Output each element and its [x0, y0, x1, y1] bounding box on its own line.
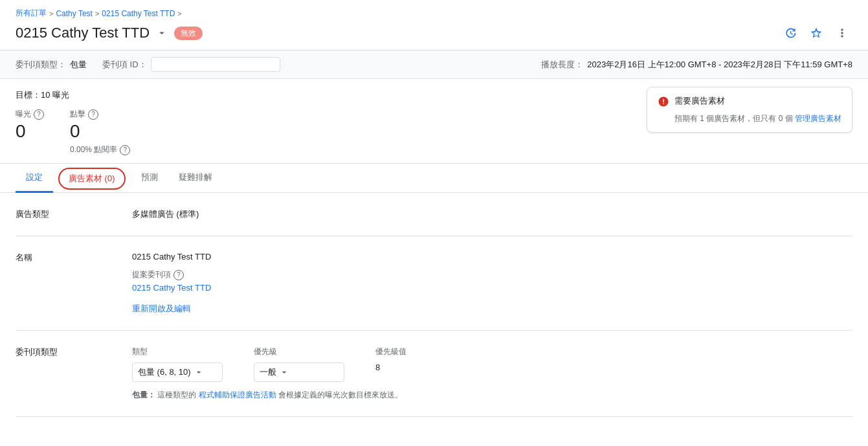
proposed-help-icon[interactable]: ? — [173, 270, 184, 280]
ad-type-section: 廣告類型 多媒體廣告 (標準) — [16, 193, 852, 236]
impression-help-icon[interactable]: ? — [34, 109, 44, 120]
breadcrumb-sep3: > — [177, 10, 181, 17]
flight-value: 2023年2月16日 上午12:00 GMT+8 - 2023年2月28日 下午… — [587, 59, 852, 71]
type-select-chevron-icon — [194, 367, 204, 377]
line-item-type-section: 委刊項類型 類型 包量 (6, 8, 10) 優先級 — [16, 331, 852, 417]
priority-select-value: 一般 — [260, 366, 276, 378]
title-dropdown-button[interactable] — [155, 26, 169, 40]
tab-creatives[interactable]: 廣告素材 (0) — [58, 168, 126, 190]
tab-troubleshoot[interactable]: 疑難排解 — [168, 164, 223, 193]
line-item-type-desc: 包量： 這種類型的 程式輔助保證廣告活動 會根據定義的曝光次數目標來放送。 — [132, 390, 852, 401]
stats-area: 目標：10 曝光 曝光 ? 0 點擊 ? 0 0.00% 點閱率 ? — [0, 79, 868, 164]
line-item-id-input[interactable] — [151, 57, 280, 72]
name-value: 0215 Cathy Test TTD — [132, 252, 852, 262]
page-title: 0215 Cathy Test TTD — [16, 25, 150, 41]
click-block: 點擊 ? 0 0.00% 點閱率 ? — [70, 109, 130, 155]
desc-middle: 這種類型的 — [157, 390, 196, 399]
priority-select-chevron-icon — [279, 367, 289, 377]
ctr-row: 0.00% 點閱率 ? — [70, 144, 130, 155]
line-item-type-value: 包量 — [70, 59, 87, 71]
alert-title: 需要廣告素材 — [674, 95, 725, 107]
desc-prefix: 包量： — [132, 390, 155, 399]
history-button[interactable] — [780, 23, 801, 43]
breadcrumb-current[interactable]: 0215 Cathy Test TTD — [102, 9, 175, 18]
priority-num-col-label: 優先級值 — [375, 346, 406, 357]
alert-manage-link[interactable]: 管理廣告素材 — [795, 114, 841, 123]
breadcrumb-sep1: > — [49, 10, 53, 17]
history-icon — [784, 27, 797, 39]
click-help-icon[interactable]: ? — [88, 109, 98, 120]
click-label: 點擊 — [70, 109, 85, 120]
line-item-type-section-label: 委刊項類型 — [16, 346, 132, 358]
alert-desc-before: 預期有 1 個廣告素材，但只有 0 個 — [674, 114, 793, 123]
priority-select[interactable]: 一般 — [254, 362, 344, 382]
impression-label: 曝光 — [16, 109, 31, 120]
star-icon — [810, 27, 823, 39]
impression-value: 0 — [16, 121, 44, 142]
ad-type-value: 多媒體廣告 (標準) — [132, 208, 852, 220]
type-col-label: 類型 — [132, 346, 223, 357]
name-section: 名稱 0215 Cathy Test TTD 提案委刊項 ? 0215 Cath… — [16, 236, 852, 331]
reopen-edit-link[interactable]: 重新開啟及編輯 — [132, 303, 191, 315]
desc-suffix: 會根據定義的曝光次數目標來放送。 — [278, 390, 403, 399]
name-label: 名稱 — [16, 252, 132, 263]
breadcrumb: 所有訂單 > Cathy Test > 0215 Cathy Test TTD … — [16, 8, 852, 19]
proposed-label-text: 提案委刊項 — [132, 269, 171, 280]
more-icon — [836, 27, 849, 39]
tab-forecast[interactable]: 預測 — [131, 164, 168, 193]
alert-desc: 預期有 1 個廣告素材，但只有 0 個 管理廣告素材 — [674, 113, 841, 124]
impression-block: 曝光 ? 0 — [16, 109, 44, 142]
breadcrumb-sep2: > — [95, 10, 99, 17]
tabs-bar: 設定 廣告素材 (0) 預測 疑難排解 — [0, 164, 868, 193]
alert-card: 需要廣告素材 預期有 1 個廣告素材，但只有 0 個 管理廣告素材 — [647, 87, 852, 133]
star-button[interactable] — [806, 23, 827, 43]
tab-settings[interactable]: 設定 — [16, 164, 53, 193]
content-area: 廣告類型 多媒體廣告 (標準) 名稱 0215 Cathy Test TTD 提… — [0, 193, 868, 417]
priority-num-value: 8 — [375, 362, 406, 372]
meta-row: 委刊項類型： 包量 委刊項 ID： 播放長度： 2023年2月16日 上午12:… — [0, 50, 868, 79]
line-item-id-label: 委刊項 ID： — [102, 59, 147, 71]
type-select-value: 包量 (6, 8, 10) — [138, 366, 191, 378]
line-item-type-label: 委刊項類型： — [16, 59, 66, 71]
proposed-value-link[interactable]: 0215 Cathy Test TTD — [132, 283, 211, 293]
ad-type-label: 廣告類型 — [16, 208, 132, 220]
ctr-value: 0.00% 點閱率 — [70, 144, 117, 155]
more-button[interactable] — [832, 23, 852, 43]
type-select[interactable]: 包量 (6, 8, 10) — [132, 362, 223, 382]
priority-col-label: 優先級 — [254, 346, 344, 357]
click-value: 0 — [70, 121, 130, 142]
ctr-help-icon[interactable]: ? — [120, 145, 130, 155]
breadcrumb-cathy-test[interactable]: Cathy Test — [56, 9, 92, 18]
flight-label: 播放長度： — [541, 59, 583, 71]
status-badge: 無效 — [174, 27, 203, 40]
alert-icon — [658, 96, 669, 111]
desc-link[interactable]: 程式輔助保證廣告活動 — [199, 390, 276, 399]
breadcrumb-all-orders[interactable]: 所有訂單 — [16, 8, 47, 19]
